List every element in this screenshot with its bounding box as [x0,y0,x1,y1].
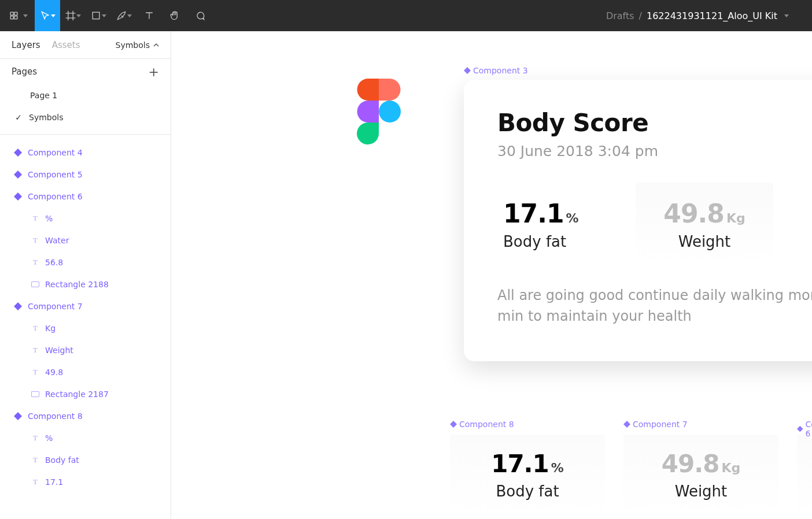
layer-component[interactable]: Component 4 [0,142,171,164]
figma-logo [356,79,401,144]
layer-child[interactable]: TWater [0,229,171,251]
tab-symbols[interactable]: Symbols [116,40,159,50]
pen-tool[interactable] [111,0,136,31]
component-icon [14,170,22,179]
component-icon [14,149,22,157]
text-icon: T [31,434,39,442]
text-icon: T [31,346,39,354]
chevron-down-icon [23,14,28,17]
text-icon: T [31,478,39,486]
component-icon [450,421,457,428]
layer-label: Weight [45,346,73,355]
layer-label: Kg [45,324,56,333]
metric-label: Body fat [503,233,630,250]
frame-tool[interactable] [60,0,86,31]
rectangle-icon [31,391,39,397]
small-metric-water[interactable]: 56.8%Water [797,435,812,519]
chevron-down-icon [51,14,56,17]
shape-tool[interactable] [86,0,111,31]
canvas[interactable]: Component 3 Body Score 30 June 2018 3:04… [171,31,812,519]
layers-tree: Component 4Component 5Component 6T%TWate… [0,142,171,519]
comment-tool[interactable] [187,0,213,31]
topbar: Drafts / 1622431931121_Aloo_UI Kit [0,0,812,31]
metric-label: Water [779,233,812,250]
metric-value: 49.8 [662,450,719,478]
layer-child[interactable]: T56.8 [0,251,171,273]
layer-label: Component 5 [28,170,83,179]
layer-label: Component 8 [28,412,83,421]
breadcrumb-drafts[interactable]: Drafts [606,10,634,21]
layer-label: Component 6 [28,192,83,201]
body-score-card[interactable]: Body Score 30 June 2018 3:04 pm 95% 17.1… [464,80,812,361]
layer-label: % [45,433,53,443]
text-icon: T [31,214,39,223]
layer-label: % [45,214,53,223]
canvas-component-label[interactable]: Component 3 [464,66,528,75]
layer-child[interactable]: TWeight [0,339,171,361]
component-icon [623,421,630,428]
main-menu-button[interactable] [0,0,35,31]
layer-label: Component 4 [28,148,83,157]
metric-value: 17.1 [491,450,549,478]
text-icon: T [31,456,39,464]
metric-water[interactable]: 56.8%Water [773,183,812,266]
layer-child[interactable]: TBody fat [0,449,171,471]
small-metric-body-fat[interactable]: 17.1%Body fat [450,435,605,519]
breadcrumb[interactable]: Drafts / 1622431931121_Aloo_UI Kit [213,10,812,21]
svg-point-1 [379,101,401,123]
layer-child[interactable]: TKg [0,317,171,339]
small-metric-weight[interactable]: 49.8KgWeight [623,435,778,519]
layer-label: Rectangle 2188 [45,280,109,289]
add-page-button[interactable]: + [149,65,159,79]
text-icon: T [31,324,39,332]
canvas-component-label[interactable]: Component 8 [450,420,514,429]
page-item[interactable]: Page 1 [0,84,171,106]
tab-layers[interactable]: Layers [12,40,40,50]
metric-unit: % [551,461,564,475]
layer-child[interactable]: Rectangle 2187 [0,383,171,405]
text-tool[interactable] [136,0,162,31]
layer-child[interactable]: T% [0,207,171,229]
metric-label: Weight [629,483,773,500]
component-icon [14,192,22,201]
move-tool[interactable] [35,0,60,31]
metric-unit: % [566,211,579,225]
layer-label: Body fat [45,455,79,465]
layer-child[interactable]: Rectangle 2188 [0,273,171,295]
layer-component[interactable]: Component 7 [0,295,171,317]
canvas-component-label[interactable]: Component 7 [623,420,688,429]
hand-tool[interactable] [162,0,187,31]
breadcrumb-separator: / [639,10,642,21]
breadcrumb-file[interactable]: 1622431931121_Aloo_UI Kit [647,10,777,21]
metric-label: Water [803,483,812,500]
component-icon [464,67,471,74]
chevron-down-icon [76,14,81,17]
metric-label: Body fat [456,483,599,500]
metric-body-fat[interactable]: 17.1%Body fat [497,183,636,266]
left-panel: Layers Assets Symbols Pages + Page 1 ✓ S… [0,31,171,519]
metric-unit: Kg [721,461,740,475]
rectangle-icon [31,281,39,287]
component-icon [14,412,22,420]
text-icon: T [31,236,39,244]
layer-label: Water [45,236,69,245]
text-icon: T [31,368,39,376]
metric-value: 17.1 [503,199,564,228]
layer-label: 56.8 [45,258,63,267]
tab-assets[interactable]: Assets [52,40,80,50]
layer-child[interactable]: T% [0,427,171,449]
layer-child[interactable]: T49.8 [0,361,171,383]
metric-weight[interactable]: 49.8KgWeight [636,183,774,266]
svg-rect-0 [93,12,99,19]
component-icon [14,302,22,310]
page-item[interactable]: ✓ Symbols [0,106,171,128]
layer-component[interactable]: Component 5 [0,164,171,186]
chevron-down-icon[interactable] [784,14,789,17]
layer-label: 17.1 [45,477,63,487]
layer-label: 49.8 [45,368,63,377]
metric-label: Weight [641,233,768,250]
layer-child[interactable]: T17.1 [0,471,171,493]
card-title: Body Score [497,109,658,137]
layer-component[interactable]: Component 8 [0,405,171,427]
layer-component[interactable]: Component 6 [0,186,171,207]
